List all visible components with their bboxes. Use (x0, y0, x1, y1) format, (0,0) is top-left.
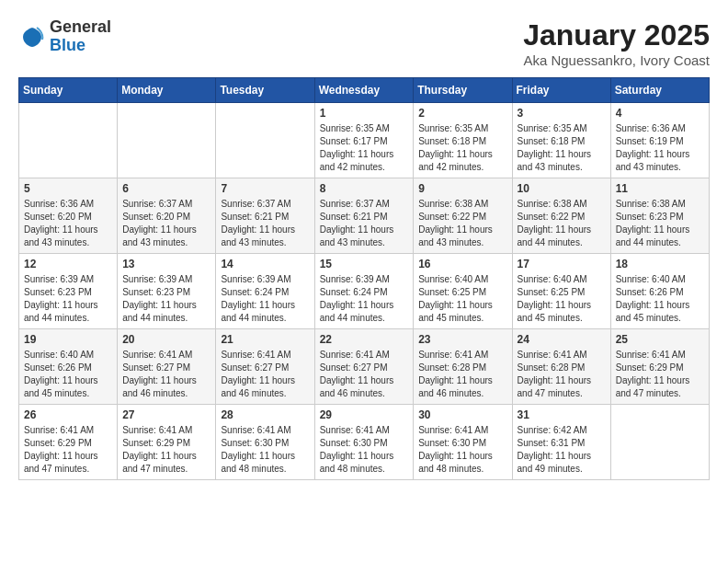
day-number: 12 (24, 258, 112, 270)
day-number: 9 (418, 182, 506, 195)
calendar-cell: 14Sunrise: 6:39 AM Sunset: 6:24 PM Dayli… (216, 254, 314, 329)
calendar-cell: 7Sunrise: 6:37 AM Sunset: 6:21 PM Daylig… (216, 178, 314, 254)
day-number: 1 (320, 107, 409, 120)
day-info: Sunrise: 6:38 AM Sunset: 6:23 PM Dayligh… (616, 198, 704, 249)
day-header-thursday: Thursday (414, 78, 512, 103)
day-number: 7 (221, 182, 309, 195)
day-number: 22 (320, 333, 409, 346)
day-number: 10 (518, 182, 606, 195)
day-info: Sunrise: 6:38 AM Sunset: 6:22 PM Dayligh… (418, 198, 506, 249)
logo-blue: Blue (50, 37, 111, 55)
day-info: Sunrise: 6:41 AM Sunset: 6:27 PM Dayligh… (122, 349, 210, 400)
day-header-tuesday: Tuesday (216, 78, 314, 103)
calendar-cell (19, 103, 118, 178)
day-info: Sunrise: 6:40 AM Sunset: 6:25 PM Dayligh… (518, 273, 606, 325)
calendar: SundayMondayTuesdayWednesdayThursdayFrid… (18, 77, 710, 480)
day-info: Sunrise: 6:41 AM Sunset: 6:30 PM Dayligh… (221, 424, 309, 476)
day-info: Sunrise: 6:38 AM Sunset: 6:22 PM Dayligh… (518, 198, 606, 249)
calendar-cell: 9Sunrise: 6:38 AM Sunset: 6:22 PM Daylig… (414, 178, 512, 254)
calendar-cell: 28Sunrise: 6:41 AM Sunset: 6:30 PM Dayli… (216, 405, 314, 480)
calendar-cell: 24Sunrise: 6:41 AM Sunset: 6:28 PM Dayli… (512, 329, 610, 405)
page-header: General Blue January 2025 Aka Nguessankr… (18, 18, 710, 68)
day-info: Sunrise: 6:40 AM Sunset: 6:26 PM Dayligh… (24, 349, 112, 400)
logo-text: General Blue (50, 18, 111, 55)
day-info: Sunrise: 6:41 AM Sunset: 6:28 PM Dayligh… (518, 349, 606, 400)
calendar-week-2: 5Sunrise: 6:36 AM Sunset: 6:20 PM Daylig… (19, 178, 710, 254)
calendar-cell: 8Sunrise: 6:37 AM Sunset: 6:21 PM Daylig… (314, 178, 414, 254)
calendar-cell (610, 405, 709, 480)
day-header-friday: Friday (512, 78, 610, 103)
calendar-week-5: 26Sunrise: 6:41 AM Sunset: 6:29 PM Dayli… (19, 405, 710, 480)
day-number: 2 (418, 107, 506, 120)
calendar-week-1: 1Sunrise: 6:35 AM Sunset: 6:17 PM Daylig… (19, 103, 710, 178)
day-info: Sunrise: 6:37 AM Sunset: 6:21 PM Dayligh… (320, 198, 409, 249)
day-number: 26 (24, 408, 112, 421)
day-info: Sunrise: 6:37 AM Sunset: 6:20 PM Dayligh… (122, 198, 210, 249)
day-info: Sunrise: 6:35 AM Sunset: 6:18 PM Dayligh… (518, 122, 606, 174)
day-info: Sunrise: 6:37 AM Sunset: 6:21 PM Dayligh… (221, 198, 309, 249)
calendar-cell: 22Sunrise: 6:41 AM Sunset: 6:27 PM Dayli… (314, 329, 414, 405)
day-info: Sunrise: 6:36 AM Sunset: 6:19 PM Dayligh… (616, 122, 704, 174)
day-info: Sunrise: 6:39 AM Sunset: 6:23 PM Dayligh… (24, 273, 112, 325)
day-header-saturday: Saturday (610, 78, 709, 103)
day-info: Sunrise: 6:41 AM Sunset: 6:27 PM Dayligh… (320, 349, 409, 400)
logo: General Blue (18, 18, 111, 55)
calendar-cell: 5Sunrise: 6:36 AM Sunset: 6:20 PM Daylig… (19, 178, 118, 254)
day-info: Sunrise: 6:39 AM Sunset: 6:23 PM Dayligh… (122, 273, 210, 325)
logo-icon (18, 23, 46, 51)
calendar-cell: 3Sunrise: 6:35 AM Sunset: 6:18 PM Daylig… (512, 103, 610, 178)
day-number: 23 (418, 333, 506, 346)
day-number: 24 (518, 333, 606, 346)
day-number: 25 (616, 333, 704, 346)
day-info: Sunrise: 6:41 AM Sunset: 6:30 PM Dayligh… (418, 424, 506, 476)
calendar-cell: 6Sunrise: 6:37 AM Sunset: 6:20 PM Daylig… (118, 178, 216, 254)
day-number: 11 (616, 182, 704, 195)
calendar-cell: 12Sunrise: 6:39 AM Sunset: 6:23 PM Dayli… (19, 254, 118, 329)
day-header-wednesday: Wednesday (314, 78, 414, 103)
day-number: 17 (518, 258, 606, 270)
day-info: Sunrise: 6:40 AM Sunset: 6:25 PM Dayligh… (418, 273, 506, 325)
calendar-cell: 21Sunrise: 6:41 AM Sunset: 6:27 PM Dayli… (216, 329, 314, 405)
calendar-cell: 2Sunrise: 6:35 AM Sunset: 6:18 PM Daylig… (414, 103, 512, 178)
day-info: Sunrise: 6:40 AM Sunset: 6:26 PM Dayligh… (616, 273, 704, 325)
calendar-cell: 20Sunrise: 6:41 AM Sunset: 6:27 PM Dayli… (118, 329, 216, 405)
day-number: 20 (122, 333, 210, 346)
day-info: Sunrise: 6:42 AM Sunset: 6:31 PM Dayligh… (518, 424, 606, 476)
day-number: 14 (221, 258, 309, 270)
calendar-cell: 29Sunrise: 6:41 AM Sunset: 6:30 PM Dayli… (314, 405, 414, 480)
calendar-cell: 19Sunrise: 6:40 AM Sunset: 6:26 PM Dayli… (19, 329, 118, 405)
day-info: Sunrise: 6:41 AM Sunset: 6:27 PM Dayligh… (221, 349, 309, 400)
calendar-cell: 30Sunrise: 6:41 AM Sunset: 6:30 PM Dayli… (414, 405, 512, 480)
month-title: January 2025 (523, 18, 710, 52)
day-info: Sunrise: 6:35 AM Sunset: 6:18 PM Dayligh… (418, 122, 506, 174)
calendar-cell: 4Sunrise: 6:36 AM Sunset: 6:19 PM Daylig… (610, 103, 709, 178)
title-block: January 2025 Aka Nguessankro, Ivory Coas… (523, 18, 710, 68)
calendar-cell (118, 103, 216, 178)
location-title: Aka Nguessankro, Ivory Coast (523, 52, 710, 68)
calendar-cell: 10Sunrise: 6:38 AM Sunset: 6:22 PM Dayli… (512, 178, 610, 254)
day-number: 21 (221, 333, 309, 346)
day-number: 29 (320, 408, 409, 421)
day-number: 30 (418, 408, 506, 421)
calendar-cell: 26Sunrise: 6:41 AM Sunset: 6:29 PM Dayli… (19, 405, 118, 480)
day-number: 28 (221, 408, 309, 421)
calendar-cell: 17Sunrise: 6:40 AM Sunset: 6:25 PM Dayli… (512, 254, 610, 329)
calendar-cell: 31Sunrise: 6:42 AM Sunset: 6:31 PM Dayli… (512, 405, 610, 480)
calendar-cell: 18Sunrise: 6:40 AM Sunset: 6:26 PM Dayli… (610, 254, 709, 329)
day-number: 27 (122, 408, 210, 421)
day-header-sunday: Sunday (19, 78, 118, 103)
calendar-cell (216, 103, 314, 178)
calendar-cell: 23Sunrise: 6:41 AM Sunset: 6:28 PM Dayli… (414, 329, 512, 405)
calendar-cell: 27Sunrise: 6:41 AM Sunset: 6:29 PM Dayli… (118, 405, 216, 480)
calendar-body: 1Sunrise: 6:35 AM Sunset: 6:17 PM Daylig… (19, 103, 710, 480)
day-info: Sunrise: 6:41 AM Sunset: 6:30 PM Dayligh… (320, 424, 409, 476)
day-info: Sunrise: 6:41 AM Sunset: 6:28 PM Dayligh… (418, 349, 506, 400)
calendar-cell: 11Sunrise: 6:38 AM Sunset: 6:23 PM Dayli… (610, 178, 709, 254)
day-info: Sunrise: 6:36 AM Sunset: 6:20 PM Dayligh… (24, 198, 112, 249)
day-header-monday: Monday (118, 78, 216, 103)
calendar-cell: 13Sunrise: 6:39 AM Sunset: 6:23 PM Dayli… (118, 254, 216, 329)
day-info: Sunrise: 6:39 AM Sunset: 6:24 PM Dayligh… (221, 273, 309, 325)
calendar-cell: 1Sunrise: 6:35 AM Sunset: 6:17 PM Daylig… (314, 103, 414, 178)
day-number: 19 (24, 333, 112, 346)
day-number: 13 (122, 258, 210, 270)
